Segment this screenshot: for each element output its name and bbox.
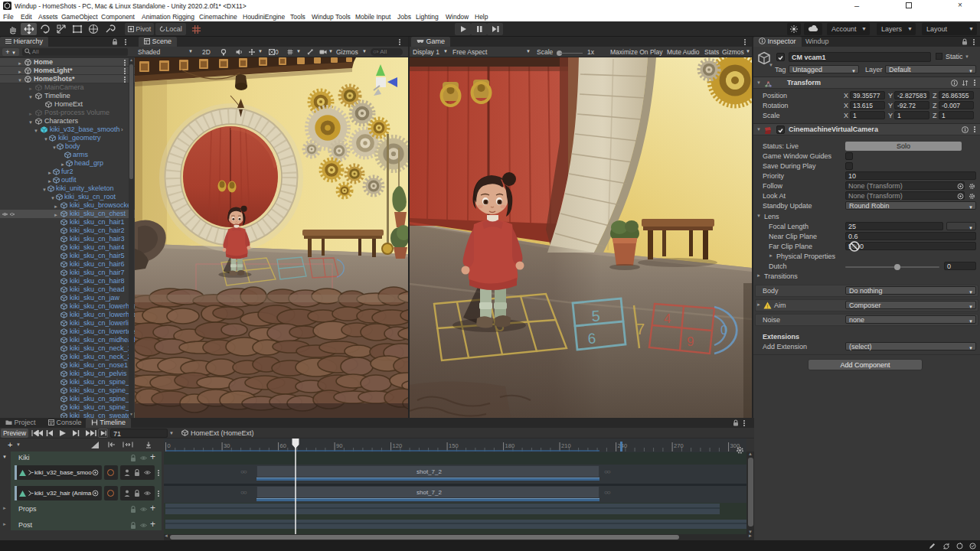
- svg-text:!: !: [767, 304, 769, 309]
- svg-text:0: 0: [168, 442, 171, 449]
- svg-text:6: 6: [587, 330, 596, 347]
- svg-text:5: 5: [591, 307, 600, 324]
- svg-text:90: 90: [336, 442, 342, 449]
- svg-text:0: 0: [720, 323, 727, 337]
- svg-text:7: 7: [636, 321, 645, 337]
- svg-text:30: 30: [224, 442, 230, 449]
- svg-text:9: 9: [687, 334, 694, 349]
- svg-text:4: 4: [664, 311, 671, 326]
- svg-text:60: 60: [280, 442, 286, 449]
